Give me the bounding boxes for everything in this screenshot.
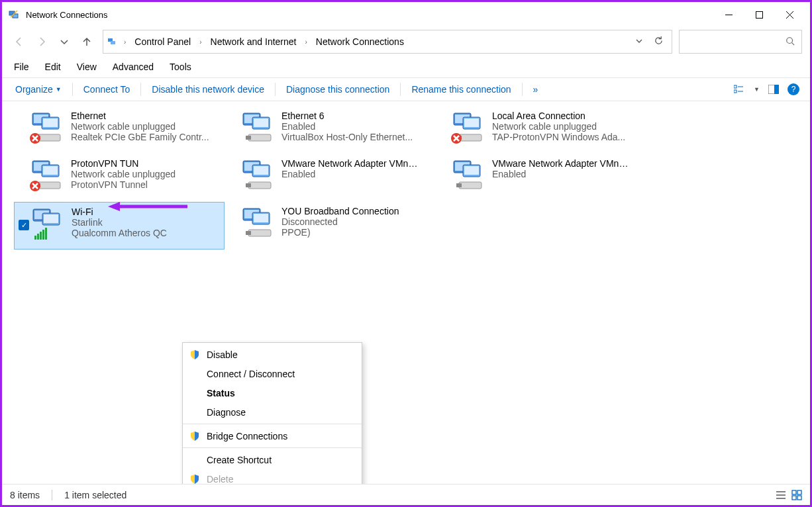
connection-item[interactable]: ProtonVPN TUNNetwork cable unpluggedProt… — [14, 154, 225, 202]
svg-rect-8 — [111, 41, 115, 44]
svg-rect-59 — [464, 166, 479, 175]
connection-item[interactable]: VMware Network Adapter VMnet1Enabled — [225, 154, 435, 202]
view-dropdown-icon[interactable]: ▼ — [754, 86, 760, 93]
connection-name: Local Area Connection — [492, 111, 625, 121]
maximize-button[interactable] — [744, 2, 774, 27]
network-adapter-icon — [239, 157, 276, 194]
svg-rect-29 — [254, 118, 268, 127]
connection-item[interactable]: VMware Network Adapter VMnet8Enabled — [435, 154, 646, 202]
network-adapter-icon — [28, 109, 66, 146]
recent-locations-dropdown[interactable] — [59, 36, 70, 47]
connection-status: Enabled — [281, 169, 421, 179]
details-view-button[interactable] — [776, 490, 786, 500]
svg-rect-36 — [459, 134, 482, 141]
menu-edit[interactable]: Edit — [42, 60, 64, 73]
ctx-status[interactable]: Status — [183, 383, 362, 402]
ctx-disable[interactable]: Disable — [183, 345, 362, 364]
breadcrumb-network-connections[interactable]: Network Connections — [313, 35, 407, 48]
ctx-delete: Delete — [183, 469, 362, 484]
chevron-right-icon[interactable]: › — [303, 38, 309, 46]
ctx-connect-disconnect[interactable]: Connect / Disconnect — [183, 364, 362, 383]
context-menu: Disable Connect / Disconnect Status Diag… — [182, 342, 362, 484]
shield-icon — [189, 474, 200, 484]
content-area: EthernetNetwork cable unpluggedRealtek P… — [2, 101, 810, 484]
address-bar[interactable]: › Control Panel › Network and Internet ›… — [103, 30, 672, 54]
menu-view[interactable]: View — [74, 60, 99, 73]
organize-button[interactable]: Organize▼ — [9, 80, 68, 99]
help-button[interactable]: ? — [787, 83, 799, 95]
network-adapter-icon — [239, 205, 276, 242]
control-panel-icon — [107, 36, 118, 47]
svg-rect-44 — [43, 166, 58, 175]
network-adapter-icon — [450, 157, 487, 194]
svg-rect-54 — [248, 182, 271, 189]
view-options-button[interactable] — [733, 82, 747, 97]
svg-rect-86 — [792, 496, 796, 500]
connection-status: Enabled — [281, 121, 413, 132]
search-icon — [786, 36, 795, 48]
menu-advanced[interactable]: Advanced — [110, 60, 156, 73]
title-bar: Network Connections — [2, 2, 810, 27]
svg-rect-85 — [797, 490, 801, 494]
network-adapter-icon — [450, 109, 487, 146]
svg-rect-12 — [734, 90, 736, 93]
breadcrumb-control-panel[interactable]: Control Panel — [132, 35, 193, 48]
menu-file[interactable]: File — [11, 60, 32, 73]
menu-tools[interactable]: Tools — [167, 60, 194, 73]
connection-device: PPOE) — [281, 227, 399, 238]
svg-rect-68 — [40, 232, 42, 240]
shield-icon — [189, 349, 200, 360]
connection-device: ProtonVPN Tunnel — [71, 179, 176, 190]
svg-rect-84 — [792, 490, 796, 494]
svg-rect-30 — [248, 134, 271, 141]
forward-button[interactable] — [36, 36, 47, 47]
window-title: Network Connections — [26, 10, 108, 20]
command-bar: Organize▼ Connect To Disable this networ… — [2, 77, 810, 101]
window-icon — [9, 9, 21, 21]
breadcrumb-network-internet[interactable]: Network and Internet — [208, 35, 299, 48]
connection-name: VMware Network Adapter VMnet8 — [492, 158, 631, 169]
ctx-bridge[interactable]: Bridge Connections — [183, 426, 362, 445]
connection-device: Realtek PCIe GbE Family Contr... — [71, 132, 209, 142]
back-button[interactable] — [14, 36, 25, 47]
disable-device-button[interactable]: Disable this network device — [145, 80, 271, 99]
chevron-right-icon[interactable]: › — [197, 38, 203, 46]
connection-device: TAP-ProtonVPN Windows Ada... — [492, 132, 625, 142]
ctx-create-shortcut[interactable]: Create Shortcut — [183, 450, 362, 469]
connection-item[interactable]: YOU Broadband ConnectionDisconnectedPPOE… — [225, 202, 435, 250]
diagnose-button[interactable]: Diagnose this connection — [279, 80, 396, 99]
connection-item[interactable]: Ethernet 6EnabledVirtualBox Host-Only Et… — [225, 107, 435, 154]
network-adapter-icon — [29, 205, 66, 242]
status-item-count: 8 items — [10, 490, 40, 500]
svg-rect-76 — [246, 231, 251, 235]
preview-pane-button[interactable] — [766, 82, 781, 97]
rename-button[interactable]: Rename this connection — [405, 80, 517, 99]
minimize-button[interactable] — [713, 2, 744, 27]
connection-status: Network cable unplugged — [71, 121, 209, 132]
search-box[interactable] — [679, 30, 802, 54]
chevron-right-icon[interactable]: › — [122, 38, 128, 46]
svg-rect-31 — [246, 136, 251, 140]
connection-status: Enabled — [492, 169, 631, 179]
menu-bar: File Edit View Advanced Tools — [2, 56, 810, 77]
svg-rect-69 — [42, 230, 44, 240]
svg-rect-70 — [45, 228, 47, 240]
svg-rect-45 — [38, 182, 60, 189]
svg-rect-21 — [38, 134, 60, 141]
connect-to-button[interactable]: Connect To — [77, 80, 137, 99]
connection-name: Ethernet — [71, 111, 209, 121]
more-commands-button[interactable]: » — [527, 80, 545, 99]
connection-name: YOU Broadband Connection — [281, 206, 399, 216]
icons-view-button[interactable] — [791, 490, 802, 500]
refresh-button[interactable] — [654, 36, 664, 48]
address-dropdown-icon[interactable] — [635, 37, 643, 47]
close-button[interactable] — [774, 2, 805, 27]
svg-rect-16 — [774, 85, 779, 94]
svg-rect-11 — [734, 85, 736, 88]
selection-checkbox[interactable]: ✓ — [19, 220, 29, 230]
up-button[interactable] — [81, 36, 92, 47]
ctx-diagnose[interactable]: Diagnose — [183, 402, 362, 422]
connection-device: Qualcomm Atheros QC — [72, 228, 167, 238]
connection-item[interactable]: Local Area ConnectionNetwork cable unplu… — [435, 107, 646, 154]
connection-item[interactable]: EthernetNetwork cable unpluggedRealtek P… — [14, 107, 225, 154]
